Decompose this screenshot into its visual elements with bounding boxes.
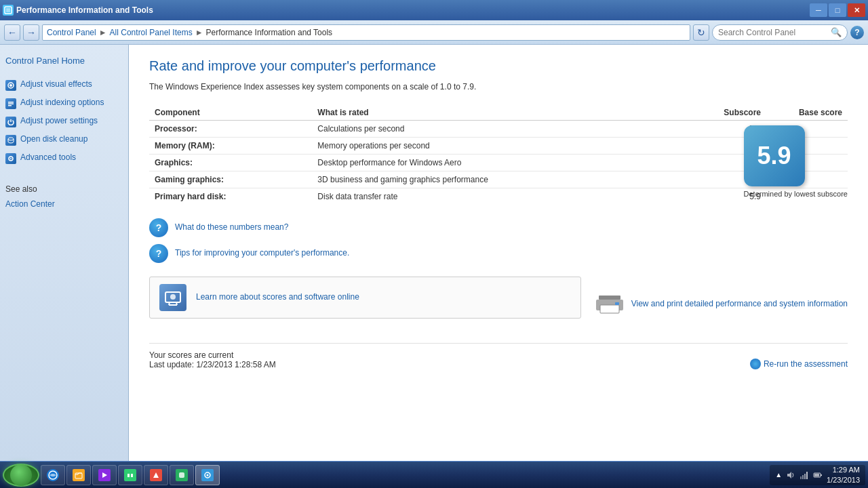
explorer-icon [73, 469, 85, 481]
refresh-button[interactable]: ↻ [693, 24, 709, 41]
component-graphics: Graphics: [155, 158, 193, 167]
col-what-rated: What is rated [312, 105, 671, 121]
help-links: ? What do these numbers mean? ? Tips for… [149, 218, 848, 263]
sidebar-item-power[interactable]: Adjust power settings [5, 116, 123, 127]
table-row: Gaming graphics: 3D business and gaming … [149, 171, 848, 188]
last-update: Last update: 1/23/2013 1:28:58 AM [149, 360, 276, 369]
see-also-label: See also [5, 184, 123, 194]
svg-rect-5 [8, 104, 14, 105]
component-memory: Memory (RAM): [155, 141, 215, 150]
maximize-button[interactable]: □ [829, 3, 846, 17]
svg-rect-31 [821, 474, 822, 476]
svg-rect-17 [75, 473, 82, 479]
breadcrumb-control-panel[interactable]: Control Panel [47, 28, 96, 37]
close-button[interactable]: ✕ [848, 3, 865, 17]
taskbar: ▲ 1:29 AM 1/23/2013 [0, 461, 868, 488]
sidebar-item-indexing[interactable]: Adjust indexing options [5, 98, 123, 109]
window-controls: ─ □ ✕ [810, 3, 865, 17]
svg-rect-6 [8, 105, 12, 106]
media2-icon [124, 469, 136, 481]
taskbar-app5[interactable] [144, 465, 168, 485]
printer-icon [595, 293, 625, 316]
sidebar-label-power: Adjust power settings [20, 116, 98, 127]
svg-rect-15 [615, 302, 619, 305]
score-determined: Determined by lowest subscore [744, 189, 848, 199]
indexing-icon [5, 98, 16, 109]
scores-table-wrapper: Component What is rated Subscore Base sc… [149, 105, 848, 205]
search-input[interactable] [718, 28, 828, 37]
breadcrumb-all-items[interactable]: All Control Panel Items [110, 28, 193, 37]
sidebar-item-advanced[interactable]: Advanced tools [5, 152, 123, 164]
taskbar-app6[interactable] [170, 465, 194, 485]
back-button[interactable]: ← [4, 24, 20, 41]
breadcrumb: Control Panel ► All Control Panel Items … [42, 24, 690, 41]
taskbar-ie[interactable] [41, 465, 65, 485]
minimize-button[interactable]: ─ [810, 3, 827, 17]
forward-button[interactable]: → [23, 24, 39, 41]
online-section: Learn more about scores and software onl… [149, 277, 581, 319]
tray-arrow[interactable]: ▲ [775, 471, 782, 479]
svg-rect-25 [800, 476, 802, 479]
svg-point-7 [8, 138, 14, 140]
learn-more-link[interactable]: Learn more about scores and software onl… [196, 292, 359, 303]
taskbar-control-panel[interactable] [195, 465, 220, 485]
status-info: Your scores are current Last update: 1/2… [149, 350, 276, 369]
sidebar-links: Adjust visual effects Adjust indexing op… [5, 79, 123, 164]
svg-rect-12 [599, 296, 620, 300]
sidebar-label-indexing: Adjust indexing options [20, 98, 104, 108]
start-orb [10, 464, 32, 486]
rerun-link[interactable]: Re-run the assessment [764, 359, 848, 369]
score-badge-wrapper: 5.9 Determined by lowest subscore [744, 125, 848, 199]
svg-point-3 [9, 84, 12, 87]
action-center-link[interactable]: Action Center [5, 199, 55, 209]
visual-effects-icon [5, 80, 16, 91]
sidebar-item-disk-cleanup[interactable]: Open disk cleanup [5, 134, 123, 146]
breadcrumb-current: Performance Information and Tools [206, 28, 333, 37]
component-gaming: Gaming graphics: [155, 175, 224, 184]
svg-point-23 [207, 474, 209, 476]
search-icon[interactable]: 🔍 [831, 27, 842, 37]
what-numbers-mean-link[interactable]: What do these numbers mean? [175, 222, 288, 233]
rerun-icon [750, 359, 761, 369]
network-icon[interactable] [800, 470, 809, 480]
svg-rect-28 [806, 472, 808, 479]
print-section: View and print detailed performance and … [595, 293, 848, 316]
content-area: Rate and improve your computer's perform… [129, 45, 868, 461]
taskbar-media[interactable] [92, 465, 117, 485]
graphics-description: Desktop performance for Windows Aero [312, 155, 671, 171]
scores-current: Your scores are current [149, 350, 276, 360]
memory-description: Memory operations per second [312, 138, 671, 155]
sidebar-home-link[interactable]: Control Panel Home [5, 56, 123, 66]
window-title: Performance Information and Tools [16, 5, 153, 15]
speaker-icon[interactable] [786, 470, 795, 480]
print-details-link[interactable]: View and print detailed performance and … [631, 299, 848, 310]
app5-icon [150, 469, 162, 481]
scores-table: Component What is rated Subscore Base sc… [149, 105, 848, 205]
svg-rect-19 [127, 474, 130, 477]
taskbar-media2[interactable] [118, 465, 142, 485]
page-subtitle: The Windows Experience Index assesses ke… [149, 82, 848, 92]
score-badge: 5.9 [744, 125, 805, 186]
help-button[interactable]: ? [850, 26, 864, 39]
rerun-section: Re-run the assessment [750, 359, 848, 369]
sidebar-label-visual: Adjust visual effects [20, 79, 92, 90]
table-row: Processor: Calculations per second 7.5 [149, 121, 848, 138]
system-clock[interactable]: 1:29 AM 1/23/2013 [827, 465, 860, 485]
tips-link[interactable]: Tips for improving your computer's perfo… [175, 248, 349, 259]
hdd-description: Disk data transfer rate [312, 188, 671, 205]
sidebar-item-visual-effects[interactable]: Adjust visual effects [5, 79, 123, 91]
svg-rect-20 [131, 474, 133, 477]
svg-rect-21 [179, 472, 184, 478]
start-button[interactable] [3, 464, 39, 487]
sidebar: Control Panel Home Adjust visual effects… [0, 45, 129, 461]
svg-point-11 [170, 294, 176, 300]
battery-icon[interactable] [813, 470, 823, 480]
link-row-numbers: ? What do these numbers mean? [149, 218, 848, 237]
col-base-score: Base score [766, 105, 848, 121]
taskbar-explorer[interactable] [66, 465, 91, 485]
svg-rect-26 [802, 475, 804, 479]
main-container: Control Panel Home Adjust visual effects… [0, 45, 868, 461]
ie-icon [47, 469, 59, 481]
media-icon [98, 469, 111, 481]
svg-marker-24 [787, 472, 791, 479]
